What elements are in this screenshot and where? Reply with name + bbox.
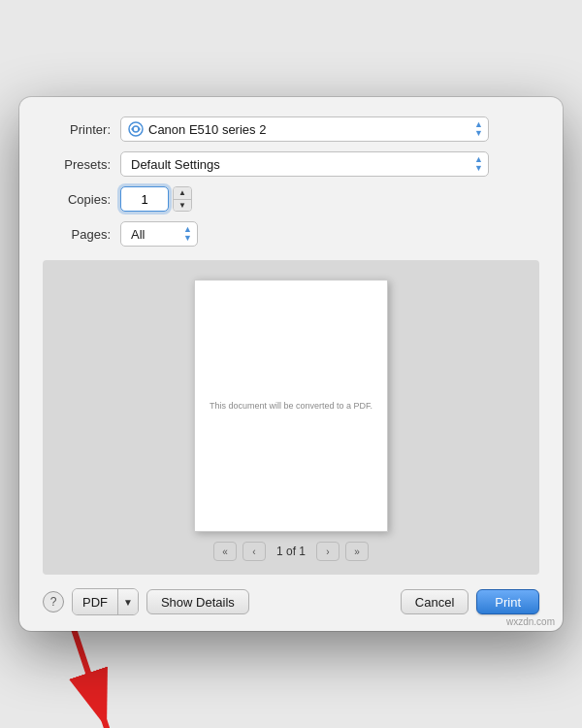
- bottom-bar: ? PDF ▼ Show Details Cancel Print: [43, 588, 539, 615]
- help-button[interactable]: ?: [43, 591, 64, 612]
- preview-text: This document will be converted to a PDF…: [210, 401, 372, 411]
- printer-select-wrapper: Canon E510 series 2 ▲ ▼: [120, 116, 489, 142]
- cancel-button[interactable]: Cancel: [401, 589, 469, 614]
- copies-input-wrapper: ▲ ▼: [120, 186, 192, 212]
- copies-row: Copies: ▲ ▼: [43, 186, 539, 212]
- presets-select[interactable]: Default Settings: [120, 151, 489, 177]
- copies-increment-button[interactable]: ▲: [174, 187, 191, 199]
- first-page-button[interactable]: «: [213, 542, 237, 561]
- prev-page-button[interactable]: ‹: [242, 542, 266, 561]
- copies-decrement-button[interactable]: ▼: [174, 200, 191, 212]
- pages-label: Pages:: [43, 227, 111, 242]
- page-preview: This document will be converted to a PDF…: [194, 280, 388, 532]
- copies-input[interactable]: [120, 186, 169, 212]
- show-details-button[interactable]: Show Details: [146, 589, 249, 614]
- printer-row: Printer: Canon E510 series 2 ▲ ▼: [43, 116, 539, 142]
- copies-label: Copies:: [43, 192, 111, 207]
- copies-stepper: ▲ ▼: [173, 186, 192, 212]
- preview-area: This document will be converted to a PDF…: [43, 260, 539, 575]
- pagination-bar: « ‹ 1 of 1 › »: [213, 542, 369, 565]
- pdf-button-wrapper: PDF ▼: [72, 588, 139, 615]
- last-page-button[interactable]: »: [345, 542, 369, 561]
- page-info: 1 of 1: [272, 545, 310, 558]
- presets-select-wrapper: Default Settings ▲ ▼: [120, 151, 489, 177]
- pages-select[interactable]: All From Selection: [120, 221, 198, 247]
- presets-label: Presets:: [43, 157, 111, 172]
- watermark: wxzdn.com: [506, 616, 555, 627]
- next-page-button[interactable]: ›: [316, 542, 340, 561]
- printer-select[interactable]: Canon E510 series 2: [120, 116, 489, 142]
- pages-select-wrapper: All From Selection ▲ ▼: [120, 221, 198, 247]
- printer-label: Printer:: [43, 122, 111, 137]
- pdf-button[interactable]: PDF: [73, 589, 118, 614]
- print-button[interactable]: Print: [476, 589, 539, 614]
- pdf-dropdown-button[interactable]: ▼: [118, 589, 138, 614]
- presets-row: Presets: Default Settings ▲ ▼: [43, 151, 539, 177]
- pages-row: Pages: All From Selection ▲ ▼: [43, 221, 539, 247]
